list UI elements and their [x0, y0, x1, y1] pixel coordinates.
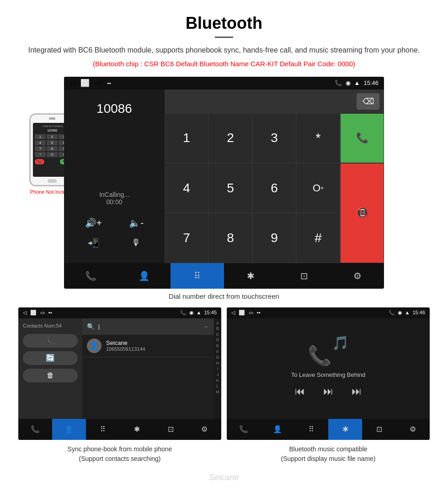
- location-icon: ◉: [346, 79, 351, 86]
- contacts-count: Contacts Num:54: [23, 323, 78, 328]
- sync-contact-button[interactable]: 🔄: [23, 351, 78, 365]
- contacts-sidebar: Contacts Num:54 📞 🔄 🗑: [18, 318, 82, 419]
- music-recents-icon[interactable]: ▭: [249, 310, 253, 316]
- delete-contact-button[interactable]: 🗑: [23, 369, 78, 382]
- contacts-wifi-icon: ▲: [197, 310, 202, 316]
- music-home-icon[interactable]: ⬜: [239, 310, 245, 316]
- contacts-recents-icon[interactable]: ▭: [40, 310, 45, 316]
- music-nav-dial[interactable]: 📞: [227, 419, 261, 440]
- music-location-icon: ◉: [398, 310, 402, 316]
- key-0plus[interactable]: O+: [296, 163, 340, 213]
- main-nav-bar: 📞 👤 ⠿ ✱ ⊡ ⚙: [64, 263, 384, 289]
- contacts-search-bar: 🔍 | ←: [82, 318, 214, 335]
- main-dial-screen: ◁ ⬜ ▭ ▪▪ 📞 ◉ ▲ 15:46 10086: [64, 77, 384, 289]
- music-back-icon[interactable]: ◁: [231, 310, 235, 316]
- key-1[interactable]: 1: [165, 113, 208, 163]
- vol-up-icon[interactable]: 🔊+: [85, 217, 102, 228]
- phone-signal-icon: 📞: [335, 79, 342, 86]
- nav-dial[interactable]: 📞: [64, 263, 117, 289]
- key-4[interactable]: 4: [165, 163, 208, 213]
- music-body: 📞 🎵 To Leave Something Behind ⏮ ⏭ ⏭: [227, 318, 430, 419]
- status-bar-right: 📞 ◉ ▲ 15:46: [335, 79, 379, 86]
- music-nav-contacts[interactable]: 👤: [261, 419, 294, 440]
- contacts-home-icon[interactable]: ⬜: [30, 310, 37, 316]
- recents-icon[interactable]: ▭: [95, 79, 102, 87]
- caption-contacts: Sync phone-book from mobile phone(Suppor…: [18, 444, 221, 464]
- main-caption: Dial number direct from touchscreen: [0, 292, 448, 300]
- call-button[interactable]: 📞: [340, 113, 384, 163]
- contact-info: Seicane 10655059113144: [106, 339, 145, 352]
- music-time: 15:46: [412, 310, 425, 316]
- music-screen: ◁ ⬜ ▭ ▪▪ 📞 ◉ ▲ 15:46 📞 🎵: [227, 307, 430, 440]
- header-description: Integrated with BC6 Bluetooth module, su…: [18, 44, 430, 56]
- contacts-nav-keypad[interactable]: ⠿: [86, 419, 120, 440]
- vol-down-icon[interactable]: 🔈-: [129, 217, 144, 228]
- transfer-call-icon[interactable]: 📲: [88, 238, 99, 248]
- music-nav-keypad[interactable]: ⠿: [294, 419, 328, 440]
- music-sb-right: 📞 ◉ ▲ 15:46: [389, 310, 425, 316]
- music-icon-area: 📞 🎵: [308, 335, 349, 367]
- key-hash[interactable]: #: [296, 213, 340, 263]
- nav-transfer[interactable]: ⊡: [277, 263, 331, 289]
- contacts-sb-left: ◁ ⬜ ▭ ▪▪: [23, 310, 52, 316]
- prev-track-button[interactable]: ⏮: [295, 386, 305, 397]
- contacts-nav-contacts[interactable]: 👤: [52, 419, 86, 440]
- dial-input-row: ⌫: [165, 90, 384, 113]
- back-arrow-icon[interactable]: ←: [204, 323, 209, 330]
- dial-timer: 00:00: [71, 198, 157, 206]
- header-specs: (Bluetooth chip : CSR BC6 Default Blueto…: [18, 60, 430, 68]
- key-star[interactable]: *: [296, 113, 340, 163]
- contacts-time: 15:45: [204, 310, 217, 316]
- play-pause-button[interactable]: ⏭: [323, 386, 333, 397]
- music-nav-transfer[interactable]: ⊡: [362, 419, 396, 440]
- contacts-nav-dial[interactable]: 📞: [18, 419, 52, 440]
- call-contact-button[interactable]: 📞: [23, 334, 78, 348]
- nav-keypad[interactable]: ⠿: [171, 263, 224, 289]
- home-icon[interactable]: ⬜: [80, 79, 90, 87]
- music-nav-bluetooth[interactable]: ✱: [328, 419, 362, 440]
- music-wifi-icon: ▲: [405, 310, 410, 316]
- next-track-button[interactable]: ⏭: [352, 386, 362, 397]
- key-8[interactable]: 8: [208, 213, 252, 263]
- main-status-bar: ◁ ⬜ ▭ ▪▪ 📞 ◉ ▲ 15:46: [64, 77, 384, 90]
- key-3[interactable]: 3: [252, 113, 296, 163]
- nav-bluetooth[interactable]: ✱: [224, 263, 277, 289]
- music-nav-settings[interactable]: ⚙: [396, 419, 430, 440]
- keypad-grid: 1 2 3 * 📞 4 5 6 O+ 📵 7 8 9 #: [165, 113, 384, 263]
- notification-icon: ▪▪: [107, 80, 111, 86]
- page-title: Bluetooth: [18, 14, 430, 33]
- contacts-back-icon[interactable]: ◁: [23, 310, 27, 316]
- dial-controls-2: 📲 🎙: [71, 233, 157, 256]
- search-cursor: |: [98, 323, 100, 330]
- dial-status: InCalling...: [71, 191, 157, 198]
- nav-settings[interactable]: ⚙: [331, 263, 384, 289]
- dial-controls-1: 🔊+ 🔈-: [71, 213, 157, 233]
- contact-avatar: 👤: [87, 338, 101, 353]
- end-call-button[interactable]: 📵: [340, 163, 384, 263]
- key-6[interactable]: 6: [252, 163, 296, 213]
- back-icon[interactable]: ◁: [69, 79, 75, 87]
- contact-item[interactable]: 👤 Seicane 10655059113144: [82, 335, 214, 357]
- contacts-phone-icon: 📞: [180, 310, 187, 316]
- dial-keypad: ⌫ 1 2 3 * 📞 4 5 6 O+ 📵 7 8: [165, 90, 384, 263]
- music-controls: ⏮ ⏭ ⏭: [295, 386, 362, 397]
- key-2[interactable]: 2: [208, 113, 252, 163]
- music-nav: 📞 👤 ⠿ ✱ ⊡ ⚙: [227, 419, 430, 440]
- contacts-nav-bluetooth[interactable]: ✱: [120, 419, 154, 440]
- key-9[interactable]: 9: [252, 213, 296, 263]
- bottom-captions: Sync phone-book from mobile phone(Suppor…: [18, 444, 430, 464]
- key-5[interactable]: 5: [208, 163, 252, 213]
- seicane-watermark: Seicane: [0, 473, 448, 482]
- nav-contacts[interactable]: 👤: [117, 263, 171, 289]
- key-7[interactable]: 7: [165, 213, 208, 263]
- contacts-nav-transfer[interactable]: ⊡: [154, 419, 187, 440]
- status-time: 15:46: [363, 79, 379, 86]
- contacts-nav: 📞 👤 ⠿ ✱ ⊡ ⚙: [18, 419, 221, 440]
- backspace-button[interactable]: ⌫: [357, 93, 379, 110]
- music-note-icon: 🎵: [332, 335, 349, 351]
- contacts-sb-right: 📞 ◉ ▲ 15:45: [180, 310, 217, 316]
- mute-icon[interactable]: 🎙: [132, 238, 141, 248]
- contact-name: Seicane: [106, 339, 145, 346]
- contacts-nav-settings[interactable]: ⚙: [187, 419, 221, 440]
- contacts-screen: ◁ ⬜ ▭ ▪▪ 📞 ◉ ▲ 15:45 Contacts Num:54 📞 🔄: [18, 307, 221, 440]
